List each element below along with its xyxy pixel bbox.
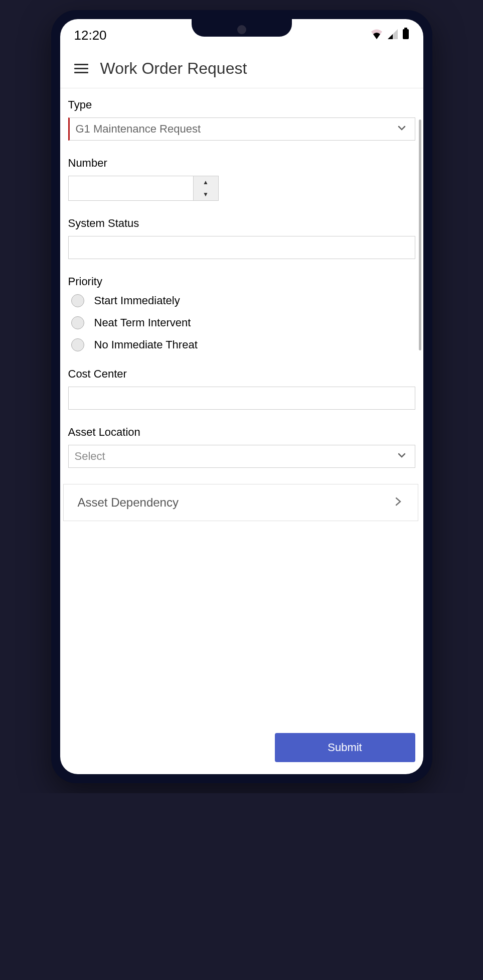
priority-option-1[interactable]: Neat Term Intervent	[71, 316, 415, 329]
battery-icon	[402, 28, 409, 43]
field-asset-location: Asset Location Select	[68, 426, 415, 468]
menu-icon[interactable]	[74, 64, 88, 73]
asset-location-placeholder: Select	[75, 450, 105, 463]
asset-dependency-label: Asset Dependency	[78, 496, 179, 510]
phone-screen: 12:20	[60, 19, 423, 774]
cost-center-input[interactable]	[68, 387, 415, 410]
number-input[interactable]	[68, 176, 194, 201]
page-title: Work Order Request	[100, 59, 247, 78]
asset-location-label: Asset Location	[68, 426, 415, 439]
spinner-up-button[interactable]: ▲	[194, 176, 218, 188]
field-priority: Priority Start Immediately Neat Term Int…	[68, 275, 415, 351]
form-content[interactable]: Type G1 Maintenance Request Number ▲ ▼	[60, 88, 423, 726]
field-number: Number ▲ ▼	[68, 157, 415, 201]
priority-option-label: No Immediate Threat	[94, 338, 198, 351]
cost-center-label: Cost Center	[68, 368, 415, 381]
system-status-input[interactable]	[68, 236, 415, 259]
chevron-down-icon	[396, 449, 408, 463]
chevron-down-icon	[396, 122, 408, 136]
type-label: Type	[68, 98, 415, 111]
svg-rect-1	[403, 29, 409, 39]
phone-frame: 12:20	[51, 10, 432, 783]
asset-dependency-nav[interactable]: Asset Dependency	[63, 484, 418, 521]
type-value: G1 Maintenance Request	[76, 122, 201, 136]
footer: Submit	[60, 726, 423, 774]
app-header: Work Order Request	[60, 49, 423, 88]
number-spinner: ▲ ▼	[194, 176, 219, 201]
number-label: Number	[68, 157, 415, 170]
status-icons	[370, 28, 409, 43]
radio-icon	[71, 294, 84, 307]
field-system-status: System Status	[68, 217, 415, 259]
radio-icon	[71, 338, 84, 351]
type-select[interactable]: G1 Maintenance Request	[68, 117, 415, 141]
priority-option-label: Start Immediately	[94, 294, 180, 307]
spinner-down-button[interactable]: ▼	[194, 188, 218, 200]
svg-rect-0	[404, 28, 407, 29]
field-type: Type G1 Maintenance Request	[68, 98, 415, 141]
asset-location-select[interactable]: Select	[68, 445, 415, 468]
radio-icon	[71, 316, 84, 329]
scroll-indicator[interactable]	[419, 119, 421, 350]
chevron-right-icon	[393, 496, 404, 509]
status-time: 12:20	[74, 28, 107, 43]
signal-icon	[387, 28, 398, 43]
system-status-label: System Status	[68, 217, 415, 230]
phone-notch	[192, 19, 292, 37]
priority-option-2[interactable]: No Immediate Threat	[71, 338, 415, 351]
submit-button[interactable]: Submit	[275, 733, 415, 762]
priority-option-label: Neat Term Intervent	[94, 316, 191, 329]
field-cost-center: Cost Center	[68, 368, 415, 410]
priority-label: Priority	[68, 275, 415, 288]
priority-option-0[interactable]: Start Immediately	[71, 294, 415, 307]
wifi-icon	[370, 28, 383, 43]
